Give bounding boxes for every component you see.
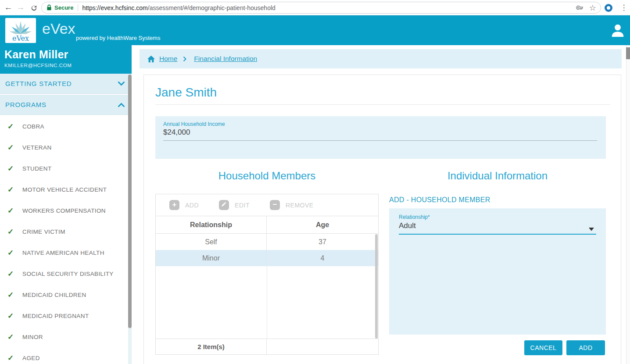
sidebar-item-student[interactable]: ✓ STUDENT: [0, 158, 132, 179]
brand-tagline: powered by HealthWare Systems: [76, 35, 160, 41]
table-body: Self 37 Minor 4: [156, 234, 378, 339]
password-key-icon[interactable]: [576, 4, 583, 11]
sidebar-item-native-american-health[interactable]: ✓ NATIVE AMERICAN HEALTH: [0, 242, 132, 263]
user-email: KMILLER@HCFSINC.COM: [4, 63, 127, 68]
back-icon[interactable]: ←: [3, 2, 14, 13]
plus-icon: +: [169, 200, 179, 210]
section-label: PROGRAMS: [5, 101, 47, 108]
check-icon: ✓: [7, 248, 16, 257]
bookmark-star-icon[interactable]: ☆: [589, 3, 596, 13]
sidebar-section-getting-started[interactable]: GETTING STARTED: [0, 74, 132, 94]
check-icon: ✓: [7, 206, 16, 215]
check-icon: ✓: [7, 164, 16, 173]
add-button[interactable]: ADD: [566, 340, 605, 355]
reload-icon[interactable]: [28, 4, 39, 15]
minus-icon: −: [270, 200, 280, 210]
main-content: Home Financial Information Jane Smith An…: [132, 45, 630, 364]
household-members-table: + ADD EDIT − REMOVE Relatio: [155, 194, 379, 355]
relationship-underline: [399, 234, 596, 235]
table-header-row: Relationship Age: [156, 216, 378, 234]
cell-age: 4: [267, 250, 378, 266]
url-path: /assessment/#/demographic-patient-househ…: [148, 4, 276, 11]
cell-age: 37: [267, 234, 378, 250]
table-row[interactable]: Self 37: [156, 234, 378, 250]
breadcrumb-separator: [183, 56, 186, 62]
program-label: VETERAN: [22, 144, 52, 151]
check-icon: ✓: [7, 269, 16, 278]
caret-down-icon[interactable]: [589, 225, 594, 233]
cancel-button[interactable]: CANCEL: [524, 340, 562, 355]
check-icon: ✓: [7, 290, 16, 300]
add-member-button[interactable]: + ADD: [169, 200, 199, 210]
income-label: Annual Household Income: [163, 121, 225, 127]
brand-name: eVex: [42, 20, 75, 37]
table-scrollbar-thumb[interactable]: [375, 234, 378, 339]
program-label: COBRA: [22, 123, 44, 130]
relationship-label: Relationship*: [399, 214, 430, 220]
sidebar-item-cobra[interactable]: ✓ COBRA: [0, 116, 132, 137]
item-count: 2 Item(s): [156, 339, 267, 354]
edit-member-button[interactable]: EDIT: [219, 200, 250, 210]
sidebar-item-workers-compensation[interactable]: ✓ WORKERS COMPENSATION: [0, 200, 132, 221]
check-icon: ✓: [7, 332, 16, 342]
sidebar-item-aged[interactable]: ✓ AGED: [0, 347, 132, 364]
program-label: CRIME VICTIM: [22, 228, 65, 235]
cell-relationship: Self: [156, 234, 267, 250]
page-scrollbar[interactable]: [626, 45, 630, 364]
table-row[interactable]: Minor 4: [156, 250, 378, 266]
program-label: MINOR: [22, 334, 43, 340]
table-toolbar: + ADD EDIT − REMOVE: [156, 194, 378, 216]
program-label: MEDICAID PREGNANT: [22, 313, 89, 319]
forward-icon[interactable]: →: [15, 2, 26, 13]
sidebar-item-medicaid-pregnant[interactable]: ✓ MEDICAID PREGNANT: [0, 305, 132, 326]
sidebar-item-veteran[interactable]: ✓ VETERAN: [0, 137, 132, 158]
extension-icon[interactable]: [605, 4, 612, 12]
income-input-underline: [163, 140, 597, 141]
check-icon: ✓: [7, 185, 16, 194]
secure-label: Secure: [54, 4, 73, 11]
income-input[interactable]: $24,000: [163, 128, 190, 137]
relationship-dropdown[interactable]: Adult: [399, 221, 416, 230]
footer-spacer: [267, 339, 378, 354]
add-label: ADD: [185, 202, 199, 209]
program-label: AGED: [22, 355, 40, 361]
url-bar[interactable]: Secure https://evex.hcfsinc.com/assessme…: [41, 2, 601, 14]
sidebar-item-crime-victim[interactable]: ✓ CRIME VICTIM: [0, 221, 132, 242]
chevron-down-icon: [118, 82, 125, 86]
check-icon: ✓: [7, 311, 16, 321]
page-title: Jane Smith: [155, 86, 217, 100]
application-window: ← → Secure https://evex.hcfsinc.com/asse…: [0, 0, 630, 364]
program-label: STUDENT: [22, 165, 52, 172]
sidebar-item-medicaid-children[interactable]: ✓ MEDICAID CHILDREN: [0, 284, 132, 305]
breadcrumb: Home Financial Information: [140, 49, 622, 68]
column-divider: [267, 266, 267, 339]
sidebar-scrollbar[interactable]: [128, 75, 132, 364]
page-scrollbar-thumb[interactable]: [626, 47, 630, 59]
home-icon[interactable]: [147, 55, 155, 63]
account-button[interactable]: [610, 23, 625, 39]
browser-menu-icon[interactable]: ⋮: [619, 2, 628, 14]
program-list: ✓ COBRA ✓ VETERAN ✓ STUDENT ✓ MOTOR VEHI…: [0, 116, 132, 364]
individual-information-heading: Individual Information: [389, 170, 606, 182]
edit-label: EDIT: [235, 202, 250, 209]
program-label: WORKERS COMPENSATION: [22, 207, 106, 214]
pencil-icon: [219, 200, 229, 210]
breadcrumb-home-link[interactable]: Home: [159, 55, 177, 63]
sidebar-item-social-security-disability[interactable]: ✓ SOCIAL SECURITY DISABILITY: [0, 263, 132, 284]
sidebar-item-motor-vehicle-accident[interactable]: ✓ MOTOR VEHICLE ACCIDENT: [0, 179, 132, 200]
person-icon: [610, 23, 625, 38]
sidebar-section-programs[interactable]: PROGRAMS: [0, 95, 132, 115]
app-header: eVex eVex powered by HealthWare Systems: [0, 15, 630, 45]
chevron-up-icon: [118, 103, 125, 107]
evex-logo: eVex: [5, 18, 36, 43]
sidebar-scrollbar-thumb[interactable]: [128, 75, 132, 328]
section-label: GETTING STARTED: [5, 80, 72, 87]
check-icon: ✓: [7, 227, 16, 236]
lock-icon: [47, 4, 52, 11]
check-icon: ✓: [7, 353, 16, 363]
sidebar-item-minor[interactable]: ✓ MINOR: [0, 326, 132, 347]
refresh-glyph: [30, 4, 38, 12]
remove-member-button[interactable]: − REMOVE: [270, 200, 314, 210]
remove-label: REMOVE: [286, 202, 314, 209]
breadcrumb-current-link[interactable]: Financial Information: [194, 55, 257, 63]
